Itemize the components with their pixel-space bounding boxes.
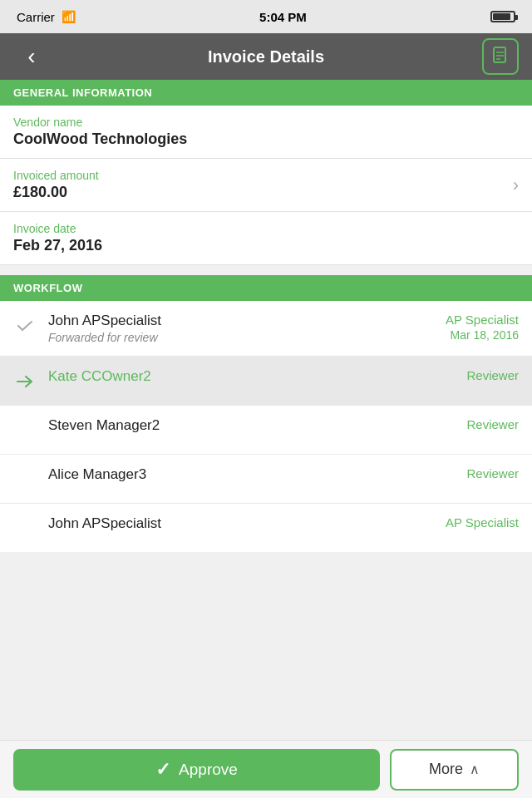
workflow-item-active[interactable]: Kate CCOwner2 Reviewer (0, 357, 532, 406)
date-row: Invoice date Feb 27, 2016 (0, 212, 532, 265)
document-icon-button[interactable] (482, 38, 519, 75)
amount-label: Invoiced amount (13, 169, 513, 182)
more-label: More (429, 761, 463, 778)
amount-row[interactable]: Invoiced amount £180.00 › (0, 159, 532, 212)
workflow-sub: Forwarded for review (48, 331, 161, 344)
general-info-header: GENERAL INFORMATION (0, 80, 532, 106)
workflow-item[interactable]: Steven Manager2 Reviewer (0, 406, 532, 455)
approve-button[interactable]: ✓ Approve (13, 749, 380, 791)
vendor-label: Vendor name (13, 116, 519, 129)
pending-icon (13, 517, 37, 540)
workflow-name: John APSpecialist (48, 313, 161, 329)
carrier-info: Carrier 📶 (17, 10, 76, 24)
spacer-1 (0, 265, 532, 275)
wifi-icon: 📶 (62, 10, 76, 23)
workflow-item[interactable]: John APSpecialist AP Specialist (0, 504, 532, 552)
chevron-up-icon: ∧ (470, 761, 480, 777)
nav-bar: ‹ Invoice Details (0, 33, 532, 80)
status-bar: Carrier 📶 5:04 PM (0, 0, 532, 33)
vendor-row: Vendor name CoolWood Technologies (0, 106, 532, 159)
workflow-role: AP Specialist (446, 515, 519, 530)
back-button[interactable]: ‹ (13, 38, 50, 75)
svg-rect-0 (494, 47, 505, 62)
vendor-value: CoolWood Technologies (13, 131, 519, 148)
pending-icon (13, 468, 37, 491)
workflow-role-active: Reviewer (466, 368, 519, 382)
content-area: GENERAL INFORMATION Vendor name CoolWood… (0, 80, 532, 740)
carrier-label: Carrier (17, 10, 55, 24)
date-label: Invoice date (13, 222, 519, 235)
page-title: Invoice Details (208, 47, 324, 66)
workflow-name: Alice Manager3 (48, 466, 146, 483)
workflow-name: Steven Manager2 (48, 417, 160, 434)
workflow-item[interactable]: Alice Manager3 Reviewer (0, 455, 532, 504)
approve-checkmark-icon: ✓ (155, 759, 170, 781)
workflow-role: Reviewer (466, 466, 519, 480)
battery-icon (490, 11, 515, 22)
back-icon: ‹ (27, 43, 35, 70)
completed-icon (13, 314, 37, 337)
workflow-item[interactable]: John APSpecialist Forwarded for review A… (0, 301, 532, 357)
battery-info (490, 11, 515, 22)
workflow-header: WORKFLOW (0, 275, 532, 301)
amount-value: £180.00 (13, 184, 513, 201)
action-bar: ✓ Approve More ∧ (0, 740, 532, 798)
status-time: 5:04 PM (259, 10, 307, 24)
workflow-role: Reviewer (466, 417, 519, 431)
workflow-name-active: Kate CCOwner2 (48, 368, 151, 385)
pending-icon (13, 419, 37, 442)
workflow-role: AP Specialist (446, 313, 519, 327)
active-arrow-icon (13, 370, 37, 393)
more-button[interactable]: More ∧ (390, 749, 519, 791)
date-value: Feb 27, 2016 (13, 237, 519, 254)
workflow-name: John APSpecialist (48, 515, 161, 532)
approve-label: Approve (179, 761, 238, 779)
workflow-date: Mar 18, 2016 (446, 328, 519, 342)
document-icon (490, 46, 511, 67)
amount-chevron-icon: › (513, 175, 519, 196)
